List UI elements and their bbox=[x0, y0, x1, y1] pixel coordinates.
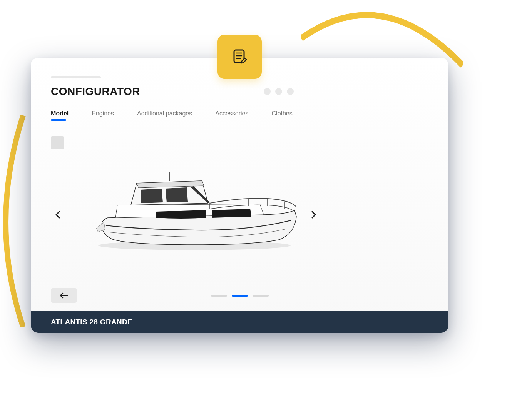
pagination bbox=[211, 295, 269, 297]
product-name: ATLANTIS 28 GRANDE bbox=[51, 318, 132, 326]
tab-additional-packages[interactable]: Additional packages bbox=[137, 110, 192, 121]
bottom-controls bbox=[31, 288, 448, 303]
page-indicator-1[interactable] bbox=[211, 295, 227, 297]
arrow-left-icon bbox=[60, 292, 68, 299]
header-dot bbox=[275, 88, 282, 95]
chevron-right-icon bbox=[311, 211, 316, 219]
footer-bar: ATLANTIS 28 GRANDE bbox=[31, 311, 448, 333]
configurator-window: CONFIGURATOR Model Engines Additional pa… bbox=[31, 58, 448, 333]
header-dots bbox=[264, 88, 294, 95]
tab-model[interactable]: Model bbox=[51, 110, 69, 121]
page-indicator-3[interactable] bbox=[253, 295, 269, 297]
color-swatch[interactable] bbox=[51, 136, 64, 149]
chevron-left-icon bbox=[55, 211, 60, 219]
page-indicator-2[interactable] bbox=[232, 295, 248, 297]
document-edit-icon bbox=[231, 48, 249, 66]
product-viewer bbox=[31, 161, 448, 269]
page-title: CONFIGURATOR bbox=[51, 85, 140, 98]
prev-arrow[interactable] bbox=[52, 209, 64, 220]
tab-clothes[interactable]: Clothes bbox=[272, 110, 293, 121]
document-edit-badge bbox=[217, 35, 262, 79]
tab-engines[interactable]: Engines bbox=[92, 110, 114, 121]
header-dot bbox=[264, 88, 271, 95]
header-dot bbox=[287, 88, 294, 95]
back-button[interactable] bbox=[51, 288, 77, 303]
product-image bbox=[94, 169, 302, 253]
next-arrow[interactable] bbox=[308, 209, 320, 220]
header-decorative-line bbox=[51, 76, 101, 78]
tab-accessories[interactable]: Accessories bbox=[215, 110, 248, 121]
tabs-nav: Model Engines Additional packages Access… bbox=[31, 98, 448, 121]
